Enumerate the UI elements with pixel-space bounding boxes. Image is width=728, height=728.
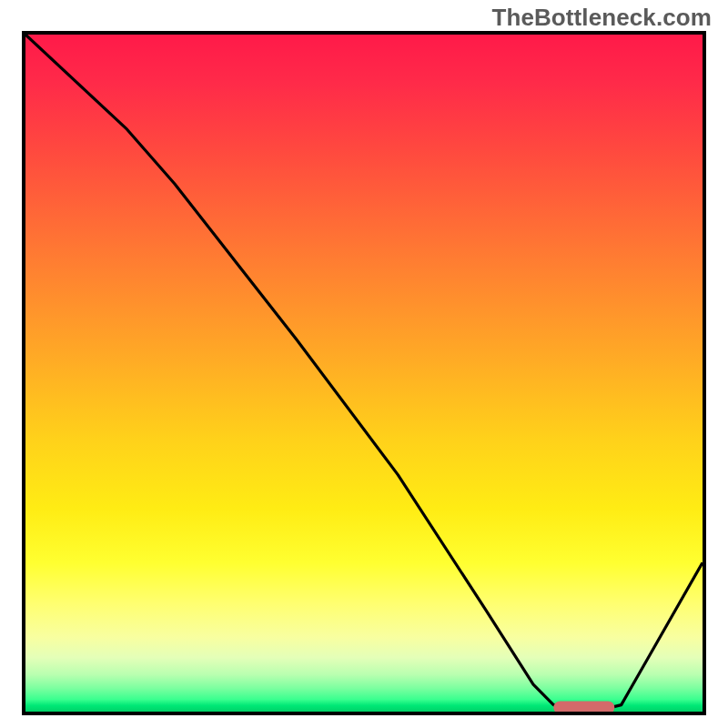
plot-area <box>22 31 706 715</box>
curve-layer <box>25 35 703 712</box>
chart-stage: TheBottleneck.com <box>0 0 728 728</box>
watermark-text: TheBottleneck.com <box>491 4 712 32</box>
optimal-marker <box>553 702 614 713</box>
bottleneck-curve <box>25 35 703 712</box>
